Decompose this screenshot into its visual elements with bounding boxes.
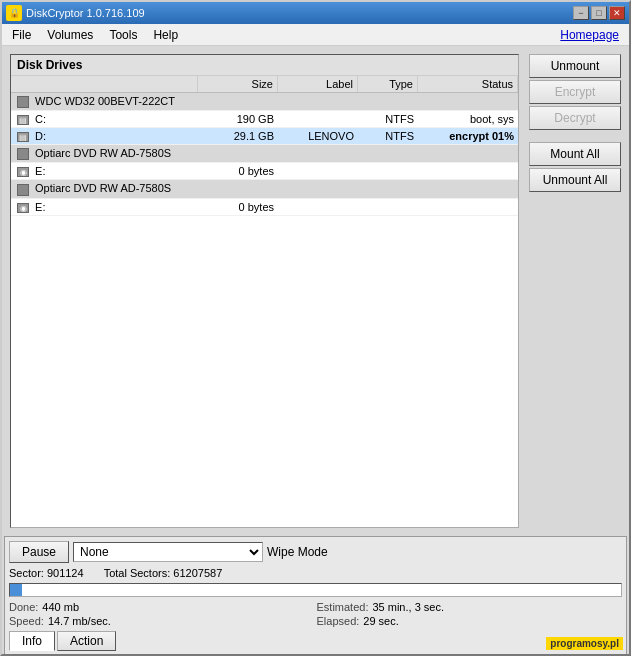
c-status: boot, sys [418, 111, 518, 127]
estimated-label: Estimated: [317, 601, 369, 613]
title-bar: 🔒 DiskCryptor 1.0.716.109 − □ ✕ [2, 2, 629, 24]
optiarc1-size [198, 145, 278, 162]
disk-row-wdc-group[interactable]: WDC WD32 00BEVT-222CT [11, 93, 518, 111]
wdc-label [278, 93, 358, 110]
unmount-button[interactable]: Unmount [529, 54, 621, 78]
menu-tools[interactable]: Tools [101, 26, 145, 44]
e2-status [418, 199, 518, 215]
window-controls: − □ ✕ [573, 6, 625, 20]
pause-button[interactable]: Pause [9, 541, 69, 563]
optiarc1-status [418, 145, 518, 162]
stats-row: Done: 440 mb Estimated: 35 min., 3 sec. … [9, 601, 622, 627]
e1-status [418, 163, 518, 179]
decrypt-button[interactable]: Decrypt [529, 106, 621, 130]
estimated-value: 35 min., 3 sec. [372, 601, 444, 613]
elapsed-label: Elapsed: [317, 615, 360, 627]
d-status: encrypt 01% [418, 128, 518, 144]
col-label: Label [278, 76, 358, 92]
wdc-name: WDC WD32 00BEVT-222CT [11, 93, 198, 110]
wdc-size [198, 93, 278, 110]
app-icon: 🔒 [6, 5, 22, 21]
menu-volumes[interactable]: Volumes [39, 26, 101, 44]
minimize-button[interactable]: − [573, 6, 589, 20]
sector-total: Total Sectors: 61207587 [104, 567, 223, 579]
optiarc2-type [358, 180, 418, 197]
optiarc2-size [198, 180, 278, 197]
e1-type [358, 163, 418, 179]
stat-elapsed: Elapsed: 29 sec. [317, 615, 623, 627]
close-button[interactable]: ✕ [609, 6, 625, 20]
disk-row-c[interactable]: ▤ C: 190 GB NTFS boot, sys [11, 111, 518, 128]
d-label: LENOVO [278, 128, 358, 144]
app-title: DiskCryptor 1.0.716.109 [26, 7, 145, 19]
col-type: Type [358, 76, 418, 92]
done-value: 440 mb [42, 601, 79, 613]
e1-label [278, 163, 358, 179]
e1-size: 0 bytes [198, 163, 278, 179]
c-type: NTFS [358, 111, 418, 127]
bottom-panel: Pause None Wipe Mode Sector: 901124 Tota… [4, 536, 627, 656]
disk-panel-header: Disk Drives [11, 55, 518, 76]
e2-size: 0 bytes [198, 199, 278, 215]
disk-row-e2[interactable]: ◉ E: 0 bytes [11, 199, 518, 216]
col-name [11, 76, 198, 92]
optiarc1-name: Optiarc DVD RW AD-7580S [11, 145, 198, 162]
wdc-status [418, 93, 518, 110]
tabs-row: Info Action [9, 631, 622, 651]
e1-name: ◉ E: [11, 163, 198, 179]
unmount-all-button[interactable]: Unmount All [529, 168, 621, 192]
speed-label: Speed: [9, 615, 44, 627]
homepage-link[interactable]: Homepage [552, 26, 627, 44]
disk-row-optiarc2-group[interactable]: Optiarc DVD RW AD-7580S [11, 180, 518, 198]
tab-action[interactable]: Action [57, 631, 116, 651]
d-name: ▤ D: [11, 128, 198, 144]
optiarc2-name: Optiarc DVD RW AD-7580S [11, 180, 198, 197]
button-panel: Unmount Encrypt Decrypt Mount All Unmoun… [525, 50, 625, 532]
done-label: Done: [9, 601, 38, 613]
disk-row-optiarc1-group[interactable]: Optiarc DVD RW AD-7580S [11, 145, 518, 163]
d-type: NTFS [358, 128, 418, 144]
stat-speed: Speed: 14.7 mb/sec. [9, 615, 315, 627]
col-size: Size [198, 76, 278, 92]
c-label [278, 111, 358, 127]
wipe-mode-label: Wipe Mode [267, 545, 328, 559]
mount-all-button[interactable]: Mount All [529, 142, 621, 166]
maximize-button[interactable]: □ [591, 6, 607, 20]
disk-panel: Disk Drives Size Label Type Status WDC W… [10, 54, 519, 528]
sector-info: Sector: 901124 Total Sectors: 61207587 [9, 567, 622, 579]
wipe-select-container: None Wipe Mode [73, 542, 328, 562]
optiarc1-label [278, 145, 358, 162]
disk-row-e1[interactable]: ◉ E: 0 bytes [11, 163, 518, 180]
wdc-type [358, 93, 418, 110]
stat-done: Done: 440 mb [9, 601, 315, 613]
progress-bar-container [9, 583, 622, 597]
progress-bar-fill [10, 584, 22, 596]
menu-file[interactable]: File [4, 26, 39, 44]
title-bar-left: 🔒 DiskCryptor 1.0.716.109 [6, 5, 145, 21]
c-size: 190 GB [198, 111, 278, 127]
menu-help[interactable]: Help [145, 26, 186, 44]
stat-estimated: Estimated: 35 min., 3 sec. [317, 601, 623, 613]
col-status: Status [418, 76, 518, 92]
e2-type [358, 199, 418, 215]
panels-area: Disk Drives Size Label Type Status WDC W… [2, 46, 629, 536]
disk-row-d[interactable]: ▤ D: 29.1 GB LENOVO NTFS encrypt 01% [11, 128, 518, 145]
d-size: 29.1 GB [198, 128, 278, 144]
optiarc2-status [418, 180, 518, 197]
elapsed-value: 29 sec. [363, 615, 398, 627]
optiarc1-type [358, 145, 418, 162]
sector-current: Sector: 901124 [9, 567, 84, 579]
watermark: programosy.pl [546, 637, 623, 650]
encrypt-button[interactable]: Encrypt [529, 80, 621, 104]
tab-info[interactable]: Info [9, 631, 55, 651]
speed-value: 14.7 mb/sec. [48, 615, 111, 627]
c-name: ▤ C: [11, 111, 198, 127]
e2-name: ◉ E: [11, 199, 198, 215]
e2-label [278, 199, 358, 215]
content-area: Disk Drives Size Label Type Status WDC W… [2, 46, 629, 656]
wipe-mode-select[interactable]: None [73, 542, 263, 562]
bottom-controls-row: Pause None Wipe Mode [9, 541, 622, 563]
menu-bar: File Volumes Tools Help Homepage [2, 24, 629, 46]
optiarc2-label [278, 180, 358, 197]
table-header: Size Label Type Status [11, 76, 518, 93]
